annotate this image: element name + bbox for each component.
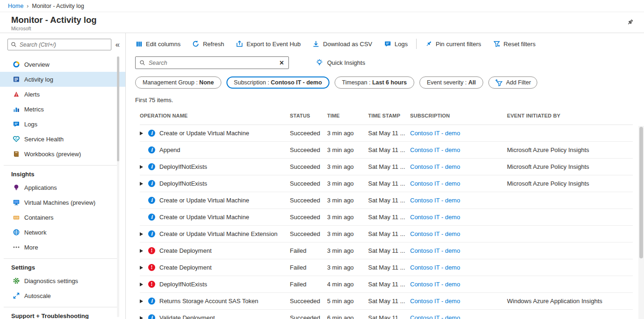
expand-chevron-icon[interactable] [140, 316, 148, 319]
expand-chevron-icon[interactable] [140, 266, 148, 270]
operation-cell: iCreate or Update Virtual Machine [140, 214, 290, 221]
expand-chevron-icon[interactable] [140, 165, 148, 169]
subscription-link[interactable]: Contoso IT - demo [410, 314, 460, 319]
sidebar-item-more[interactable]: More [0, 240, 125, 255]
sidebar-item-alerts[interactable]: Alerts [0, 87, 125, 102]
sidebar-item-network[interactable]: Network [0, 225, 125, 240]
subscription-link[interactable]: Contoso IT - demo [410, 281, 460, 288]
status-cell: Succeeded [290, 214, 327, 221]
sidebar-item-label: Alerts [24, 91, 40, 98]
table-row[interactable]: iDeployIfNotExistsSucceeded3 min agoSat … [140, 175, 633, 192]
subscription-link[interactable]: Contoso IT - demo [410, 146, 460, 153]
pill-value: None [199, 79, 214, 86]
info-icon: i [148, 214, 155, 221]
sidebar-item-logs[interactable]: Logs [0, 117, 125, 132]
operation-name: Validate Deployment [159, 314, 215, 319]
table-row[interactable]: iReturns Storage Account SAS TokenSuccee… [140, 293, 633, 310]
pill-separator: : [367, 79, 372, 86]
filter-pill-management-group[interactable]: Management Group : None [135, 76, 221, 89]
sidebar-item-containers[interactable]: Containers [0, 210, 125, 225]
expand-chevron-icon[interactable] [140, 249, 148, 253]
main-scrollbar[interactable] [638, 126, 644, 319]
sidebar-item-label: Activity log [24, 76, 53, 83]
sidebar-item-label: Virtual Machines (preview) [24, 199, 96, 206]
expand-chevron-icon[interactable] [140, 182, 148, 186]
expand-chevron-icon[interactable] [140, 132, 148, 135]
filter-pill-timespan[interactable]: Timespan : Last 6 hours [335, 76, 414, 89]
table-row[interactable]: iCreate or Update Virtual Machine Extens… [140, 226, 633, 243]
expand-chevron-icon[interactable] [140, 232, 148, 236]
table-row[interactable]: !Create DeploymentFailed3 min agoSat May… [140, 259, 633, 276]
sidebar-item-applications[interactable]: Applications [0, 180, 125, 195]
sidebar-item-metrics[interactable]: Metrics [0, 102, 125, 117]
column-header-status: STATUS [290, 113, 327, 118]
sidebar-search-input[interactable] [20, 42, 108, 48]
table-row[interactable]: !DeployIfNotExistsFailed4 min agoSat May… [140, 276, 633, 293]
timestamp-cell: Sat May 11 ... [368, 214, 410, 221]
export-hub-icon [236, 40, 243, 48]
column-header-subscription: SUBSCRIPTION [410, 113, 507, 118]
expand-chevron-icon[interactable] [140, 299, 148, 303]
sidebar-item-virtual-machines-preview[interactable]: Virtual Machines (preview) [0, 195, 125, 210]
table-row[interactable]: iCreate or Update Virtual MachineSucceed… [140, 125, 633, 142]
subscription-link[interactable]: Contoso IT - demo [410, 298, 460, 305]
sidebar-item-activity-log[interactable]: Activity log [0, 72, 125, 87]
network-icon [13, 229, 20, 236]
reset-filters-button[interactable]: Reset filters [493, 38, 536, 49]
subscription-link[interactable]: Contoso IT - demo [410, 264, 460, 271]
sidebar-collapse-button[interactable]: « [114, 41, 122, 49]
time-cell: 3 min ago [327, 146, 368, 153]
subscription-link[interactable]: Contoso IT - demo [410, 130, 460, 137]
expand-chevron-icon[interactable] [140, 283, 148, 286]
refresh-button[interactable]: Refresh [192, 38, 225, 49]
command-label: Logs [395, 41, 408, 48]
subscription-link[interactable]: Contoso IT - demo [410, 214, 460, 221]
pin-current-filters-button[interactable]: Pin current filters [425, 38, 482, 49]
table-row[interactable]: iCreate or Update Virtual MachineSucceed… [140, 192, 633, 209]
subscription-cell: Contoso IT - demo [410, 146, 507, 153]
table-row[interactable]: iValidate DeploymentSucceeded6 min agoSa… [140, 310, 633, 319]
sidebar-item-service-health[interactable]: Service Health [0, 132, 125, 146]
sidebar-scrollbar[interactable] [117, 56, 119, 317]
timestamp-cell: Sat May 11 ... [368, 163, 410, 170]
sidebar-scrollbar-thumb[interactable] [117, 56, 119, 161]
breadcrumb-home-link[interactable]: Home [8, 3, 23, 9]
edit-columns-button[interactable]: Edit columns [135, 39, 181, 49]
time-cell: 3 min ago [327, 197, 368, 204]
table-search-input[interactable] [149, 60, 273, 66]
subscription-link[interactable]: Contoso IT - demo [410, 180, 460, 187]
subscription-link[interactable]: Contoso IT - demo [410, 247, 460, 254]
timestamp-cell: Sat May 11 ... [368, 130, 410, 137]
download-as-csv-button[interactable]: Download as CSV [312, 38, 373, 49]
sidebar-search-row: « [0, 39, 125, 50]
table-row[interactable]: !Create DeploymentFailed3 min agoSat May… [140, 243, 633, 259]
clear-search-button[interactable]: × [276, 59, 287, 67]
export-to-event-hub-button[interactable]: Export to Event Hub [235, 38, 301, 49]
table-row[interactable]: iCreate or Update Virtual MachineSucceed… [140, 209, 633, 226]
filter-pill-event-severity[interactable]: Event severity : All [419, 76, 483, 89]
sidebar-item-diagnostics-settings[interactable]: Diagnostics settings [0, 273, 125, 288]
pin-page-button[interactable] [624, 17, 636, 29]
add-filter-button[interactable]: Add Filter [488, 76, 538, 89]
quick-insights-button[interactable]: Quick Insights [315, 59, 365, 67]
subscription-cell: Contoso IT - demo [410, 247, 507, 254]
table-row[interactable]: iAppendSucceeded3 min agoSat May 11 ...C… [140, 142, 633, 159]
sidebar-item-autoscale[interactable]: Autoscale [0, 288, 125, 303]
error-icon: ! [148, 281, 155, 288]
table-row[interactable]: iDeployIfNotExistsSucceeded3 min agoSat … [140, 159, 633, 175]
initiated-by-cell: Windows Azure Application Insights [507, 298, 633, 305]
subscription-link[interactable]: Contoso IT - demo [410, 230, 460, 237]
logs-button[interactable]: Logs [384, 38, 408, 49]
reset-filter-icon [493, 40, 500, 48]
filter-pill-subscription[interactable]: Subscription : Contoso IT - demo [226, 76, 329, 89]
metrics-icon [13, 105, 20, 113]
sidebar-section-insights: Insights [4, 165, 118, 180]
pill-value: Contoso IT - demo [271, 79, 322, 86]
workbooks-icon [13, 150, 20, 158]
sidebar-item-overview[interactable]: Overview [0, 57, 125, 72]
main-scrollbar-thumb[interactable] [639, 127, 643, 258]
sidebar-item-workbooks-preview[interactable]: Workbooks (preview) [0, 146, 125, 161]
subscription-link[interactable]: Contoso IT - demo [410, 197, 460, 204]
sidebar-item-label: Autoscale [24, 292, 51, 299]
subscription-link[interactable]: Contoso IT - demo [410, 163, 460, 170]
